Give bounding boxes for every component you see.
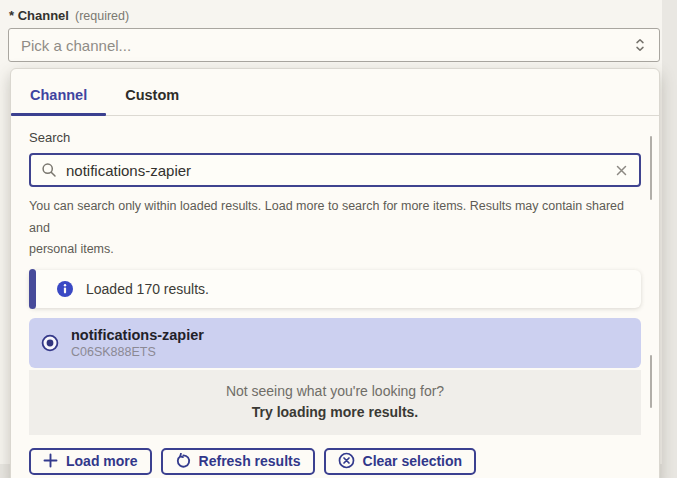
channel-select-placeholder: Pick a channel... [21, 37, 633, 54]
channel-field-label: * Channel [9, 8, 69, 23]
search-help-line-2: personal items. [29, 239, 641, 261]
updown-chevron-icon [633, 36, 647, 54]
x-icon [614, 163, 629, 178]
clear-search-button[interactable] [614, 163, 629, 178]
scrollbar-thumb[interactable] [650, 355, 652, 408]
channel-option-selected[interactable]: notifications-zapier C06SK888ETS [29, 318, 641, 368]
alert-text: Loaded 170 results. [86, 281, 209, 297]
scrollbar-thumb[interactable] [650, 136, 652, 200]
clear-selection-label: Clear selection [363, 453, 463, 469]
clear-selection-button[interactable]: Clear selection [324, 448, 477, 475]
channel-dropdown-panel: Channel Custom Search You can search onl… [10, 68, 660, 478]
channel-select[interactable]: Pick a channel... [8, 28, 660, 62]
search-help-line-1: You can search only within loaded result… [29, 196, 641, 239]
search-label: Search [29, 130, 641, 145]
panel-scrollbar[interactable] [650, 79, 652, 475]
dropdown-body: Search You can search only within loaded… [11, 130, 659, 475]
required-note: (required) [75, 9, 129, 23]
plus-icon [43, 453, 58, 468]
search-box [29, 153, 641, 187]
hint-line-2: Try loading more results. [29, 404, 641, 420]
refresh-results-label: Refresh results [199, 453, 301, 469]
tab-custom[interactable]: Custom [106, 87, 198, 115]
hint-line-1: Not seeing what you're looking for? [29, 383, 641, 399]
not-seeing-hint: Not seeing what you're looking for? Try … [29, 370, 641, 435]
refresh-results-button[interactable]: Refresh results [161, 448, 315, 475]
dropdown-actions: Load more Refresh results Clear selectio… [29, 448, 641, 475]
alert-accent-bar [29, 269, 36, 309]
x-circle-icon [338, 452, 355, 469]
radio-selected-icon[interactable] [41, 334, 59, 352]
tab-channel[interactable]: Channel [11, 87, 106, 115]
search-input[interactable] [66, 162, 605, 179]
info-icon [56, 280, 74, 298]
option-title: notifications-zapier [71, 327, 204, 343]
refresh-icon [175, 453, 191, 469]
load-more-label: Load more [66, 453, 138, 469]
magnifier-icon [41, 162, 57, 178]
dropdown-tabs: Channel Custom [11, 69, 659, 116]
search-help-text: You can search only within loaded result… [29, 196, 641, 261]
option-texts: notifications-zapier C06SK888ETS [71, 327, 204, 359]
loaded-results-alert: Loaded 170 results. [29, 270, 641, 308]
channel-field-label-row: * Channel (required) [9, 8, 129, 23]
load-more-button[interactable]: Load more [29, 448, 152, 475]
option-id: C06SK888ETS [71, 345, 204, 359]
